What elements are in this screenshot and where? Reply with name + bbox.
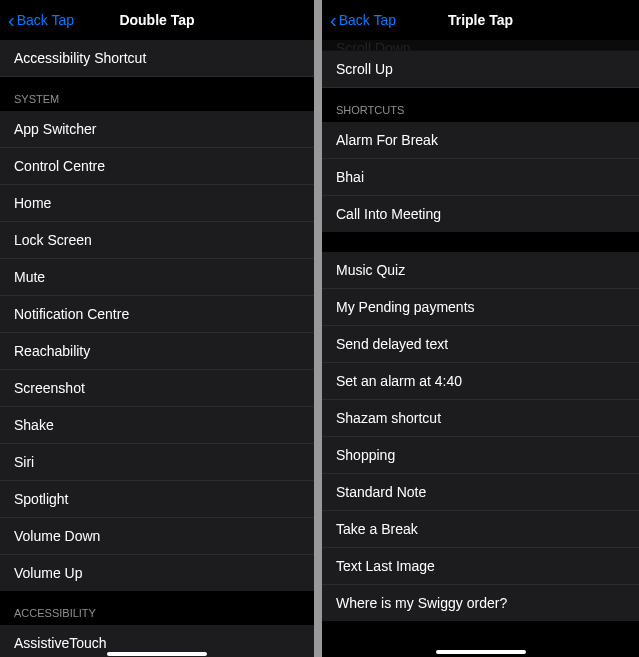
back-button[interactable]: ‹ Back Tap <box>330 9 396 32</box>
section-header-accessibility: ACCESSIBILITY <box>0 591 314 625</box>
option-scroll-up[interactable]: Scroll Up <box>322 51 639 88</box>
shortcut-shopping[interactable]: Shopping <box>322 437 639 474</box>
option-screenshot[interactable]: Screenshot <box>0 370 314 407</box>
back-button[interactable]: ‹ Back Tap <box>8 9 74 32</box>
list-gap <box>322 232 639 252</box>
option-app-switcher[interactable]: App Switcher <box>0 111 314 148</box>
option-spotlight[interactable]: Spotlight <box>0 481 314 518</box>
double-tap-screen: ‹ Back Tap Double Tap Accessibility Shor… <box>0 0 314 657</box>
triple-tap-screen: ‹ Back Tap Triple Tap Scroll Down Scroll… <box>322 0 639 657</box>
option-volume-down[interactable]: Volume Down <box>0 518 314 555</box>
shortcut-shazam[interactable]: Shazam shortcut <box>322 400 639 437</box>
shortcut-swiggy-order[interactable]: Where is my Swiggy order? <box>322 585 639 621</box>
shortcuts-list-top: Alarm For Break Bhai Call Into Meeting <box>322 122 639 232</box>
page-title: Double Tap <box>119 12 194 28</box>
option-accessibility-shortcut[interactable]: Accessibility Shortcut <box>0 40 314 77</box>
navbar: ‹ Back Tap Double Tap <box>0 0 314 40</box>
shortcut-set-alarm[interactable]: Set an alarm at 4:40 <box>322 363 639 400</box>
option-notification-centre[interactable]: Notification Centre <box>0 296 314 333</box>
shortcut-take-a-break[interactable]: Take a Break <box>322 511 639 548</box>
option-shake[interactable]: Shake <box>0 407 314 444</box>
navbar: ‹ Back Tap Triple Tap <box>322 0 639 40</box>
shortcut-call-into-meeting[interactable]: Call Into Meeting <box>322 196 639 232</box>
shortcut-send-delayed-text[interactable]: Send delayed text <box>322 326 639 363</box>
page-title: Triple Tap <box>448 12 513 28</box>
option-lock-screen[interactable]: Lock Screen <box>0 222 314 259</box>
option-control-centre[interactable]: Control Centre <box>0 148 314 185</box>
back-label: Back Tap <box>17 12 74 28</box>
option-mute[interactable]: Mute <box>0 259 314 296</box>
back-label: Back Tap <box>339 12 396 28</box>
option-reachability[interactable]: Reachability <box>0 333 314 370</box>
home-indicator[interactable] <box>436 650 526 654</box>
shortcut-music-quiz[interactable]: Music Quiz <box>322 252 639 289</box>
shortcut-text-last-image[interactable]: Text Last Image <box>322 548 639 585</box>
shortcut-standard-note[interactable]: Standard Note <box>322 474 639 511</box>
section-header-shortcuts: SHORTCUTS <box>322 88 639 122</box>
option-home[interactable]: Home <box>0 185 314 222</box>
option-scroll-down-partial[interactable]: Scroll Down <box>322 40 639 51</box>
option-siri[interactable]: Siri <box>0 444 314 481</box>
shortcuts-list-rest: Music Quiz My Pending payments Send dela… <box>322 252 639 621</box>
home-indicator[interactable] <box>107 652 207 656</box>
chevron-left-icon: ‹ <box>8 9 15 32</box>
system-list: App Switcher Control Centre Home Lock Sc… <box>0 111 314 591</box>
section-header-system: SYSTEM <box>0 77 314 111</box>
option-volume-up[interactable]: Volume Up <box>0 555 314 591</box>
shortcut-bhai[interactable]: Bhai <box>322 159 639 196</box>
chevron-left-icon: ‹ <box>330 9 337 32</box>
shortcut-alarm-for-break[interactable]: Alarm For Break <box>322 122 639 159</box>
shortcut-my-pending-payments[interactable]: My Pending payments <box>322 289 639 326</box>
